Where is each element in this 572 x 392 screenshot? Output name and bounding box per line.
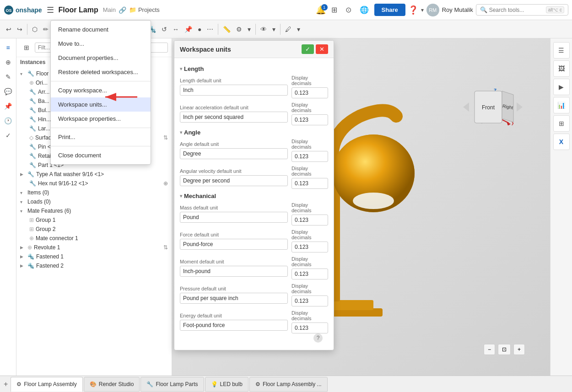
force-decimals-col: Display decimals 0.123: [291, 229, 328, 252]
angular-velocity-decimals-select[interactable]: 0.123: [291, 178, 328, 189]
force-unit-col: Force default unit Pound-force Newton: [180, 232, 288, 250]
force-decimals-select-wrapper: 0.123: [291, 242, 328, 252]
menu-item-ws-props[interactable]: Workspace properties...: [51, 112, 151, 126]
moment-decimals-select[interactable]: 0.123: [291, 268, 328, 279]
moment-unit-col: Moment default unit Inch-pound Newton-me…: [180, 259, 288, 277]
angle-unit-col: Angle default unit Degree Radian: [180, 141, 288, 159]
mass-decimals-col: Display decimals 0.123: [291, 202, 328, 226]
menu-item-ws-units[interactable]: Workspace units...: [51, 97, 151, 112]
angular-velocity-select[interactable]: Degree per second: [180, 175, 288, 186]
menu-item-close[interactable]: Close document: [51, 148, 151, 162]
angle-decimals-col: Display decimals 0.123: [291, 139, 328, 162]
pressure-unit-col: Pressure default unit Pound per square i…: [180, 286, 288, 304]
accel-decimals-select[interactable]: 0.123: [291, 114, 328, 125]
angle-decimals-select[interactable]: 0.123: [291, 151, 328, 162]
modal-ok-button[interactable]: ✓: [302, 44, 314, 54]
moment-decimals-col: Display decimals 0.123: [291, 256, 328, 279]
mechanical-toggle-icon: ▾: [180, 193, 182, 199]
moment-decimals-select-wrapper: 0.123: [291, 268, 328, 279]
modal-header: Workspace units ✓ ✕: [174, 41, 334, 58]
pressure-unit-select[interactable]: Pound per square inch Pascal: [180, 293, 288, 304]
length-unit-select[interactable]: Inch Millimeter Centimeter Meter Foot: [180, 85, 288, 96]
angular-velocity-select-wrapper: Degree per second: [180, 175, 288, 186]
moment-unit-row: Moment default unit Inch-pound Newton-me…: [180, 256, 328, 279]
pressure-decimals-select[interactable]: 0.123: [291, 295, 328, 306]
moment-unit-select-wrapper: Inch-pound Newton-meter: [180, 266, 288, 277]
length-unit-select-wrapper: Inch Millimeter Centimeter Meter Foot: [180, 85, 288, 96]
angle-unit-label: Angle default unit: [180, 141, 288, 147]
menu-separator-2: [51, 128, 151, 128]
energy-unit-select[interactable]: Foot-pound force Joule: [180, 320, 288, 331]
workspace-units-modal: Workspace units ✓ ✕ ▾ Length Length defa…: [174, 40, 334, 350]
angular-velocity-label: Angular velocity default unit: [180, 168, 288, 174]
force-unit-select[interactable]: Pound-force Newton: [180, 239, 288, 250]
accel-decimals-select-wrapper: 0.123: [291, 114, 328, 125]
menu-item-copy-ws[interactable]: Copy workspace...: [51, 83, 151, 97]
modal-actions: ✓ ✕: [302, 44, 328, 54]
mass-decimals-label: Display decimals: [291, 202, 328, 213]
accel-unit-col: Linear acceleration default unit Inch pe…: [180, 105, 288, 123]
energy-unit-col: Energy default unit Foot-pound force Jou…: [180, 313, 288, 331]
modal-body: ▾ Length Length default unit Inch Millim…: [174, 58, 334, 350]
angular-velocity-decimals-label: Display decimals: [291, 166, 328, 177]
angle-decimals-select-wrapper: 0.123: [291, 151, 328, 162]
energy-decimals-select-wrapper: 0.123: [291, 322, 328, 333]
length-decimals-select-wrapper: 0.123 0.12 0.1: [291, 87, 328, 98]
energy-decimals-select[interactable]: 0.123: [291, 322, 328, 333]
length-section-header[interactable]: ▾ Length: [180, 65, 328, 72]
angle-unit-select[interactable]: Degree Radian: [180, 148, 288, 159]
menu-item-rename[interactable]: Rename document: [51, 22, 151, 37]
mechanical-section-header[interactable]: ▾ Mechanical: [180, 193, 328, 199]
modal-close-button[interactable]: ✕: [316, 44, 328, 54]
length-decimals-label: Display decimals: [291, 75, 328, 86]
angle-unit-select-wrapper: Degree Radian: [180, 148, 288, 159]
angular-velocity-decimals-select-wrapper: 0.123: [291, 178, 328, 189]
force-unit-select-wrapper: Pound-force Newton: [180, 239, 288, 250]
pressure-unit-row: Pressure default unit Pound per square i…: [180, 283, 328, 306]
force-unit-row: Force default unit Pound-force Newton Di…: [180, 229, 328, 252]
accel-unit-label: Linear acceleration default unit: [180, 105, 288, 110]
accel-unit-select[interactable]: Inch per second squared: [180, 112, 288, 123]
pressure-unit-select-wrapper: Pound per square inch Pascal: [180, 293, 288, 304]
pressure-decimals-label: Display decimals: [291, 283, 328, 294]
menu-separator-3: [51, 146, 151, 146]
length-default-unit-row: Length default unit Inch Millimeter Cent…: [180, 75, 328, 98]
mass-unit-select[interactable]: Pound Kilogram Gram: [180, 212, 288, 223]
energy-decimals-col: Display decimals 0.123: [291, 310, 328, 333]
menu-item-restore[interactable]: Restore deleted workspaces...: [51, 65, 151, 79]
angle-decimals-label: Display decimals: [291, 139, 328, 150]
length-unit-label: Length default unit: [180, 78, 288, 83]
mass-decimals-select[interactable]: 0.123: [291, 215, 328, 226]
angle-section-header[interactable]: ▾ Angle: [180, 129, 328, 136]
menu-item-print[interactable]: Print...: [51, 130, 151, 144]
length-decimals-select[interactable]: 0.123 0.12 0.1: [291, 87, 328, 98]
moment-decimals-label: Display decimals: [291, 256, 328, 267]
help-icon[interactable]: ?: [313, 333, 323, 343]
angle-toggle-icon: ▾: [180, 130, 182, 135]
mass-decimals-select-wrapper: 0.123: [291, 215, 328, 226]
mass-unit-row: Mass default unit Pound Kilogram Gram Di…: [180, 202, 328, 226]
pressure-decimals-select-wrapper: 0.123: [291, 295, 328, 306]
angular-velocity-col: Angular velocity default unit Degree per…: [180, 168, 288, 186]
menu-item-doc-props[interactable]: Document properties...: [51, 51, 151, 65]
pressure-unit-label: Pressure default unit: [180, 286, 288, 291]
menu-item-move[interactable]: Move to...: [51, 37, 151, 51]
menu-separator-1: [51, 81, 151, 81]
mechanical-section-label: Mechanical: [184, 193, 216, 199]
energy-unit-select-wrapper: Foot-pound force Joule: [180, 320, 288, 331]
energy-decimals-label: Display decimals: [291, 310, 328, 321]
mass-unit-label: Mass default unit: [180, 205, 288, 210]
length-toggle-icon: ▾: [180, 66, 182, 71]
force-decimals-select[interactable]: 0.123: [291, 242, 328, 252]
accel-decimals-label: Display decimals: [291, 102, 328, 113]
accel-unit-row: Linear acceleration default unit Inch pe…: [180, 102, 328, 125]
dropdown-menu: Rename document Move to... Document prop…: [50, 20, 151, 165]
length-unit-col: Length default unit Inch Millimeter Cent…: [180, 78, 288, 96]
energy-unit-label: Energy default unit: [180, 313, 288, 318]
angle-section-label: Angle: [184, 129, 200, 136]
angle-default-unit-row: Angle default unit Degree Radian Display…: [180, 139, 328, 162]
moment-unit-select[interactable]: Inch-pound Newton-meter: [180, 266, 288, 277]
energy-unit-row: Energy default unit Foot-pound force Jou…: [180, 310, 328, 333]
length-decimals-col: Display decimals 0.123 0.12 0.1: [291, 75, 328, 98]
modal-title: Workspace units: [180, 46, 231, 53]
